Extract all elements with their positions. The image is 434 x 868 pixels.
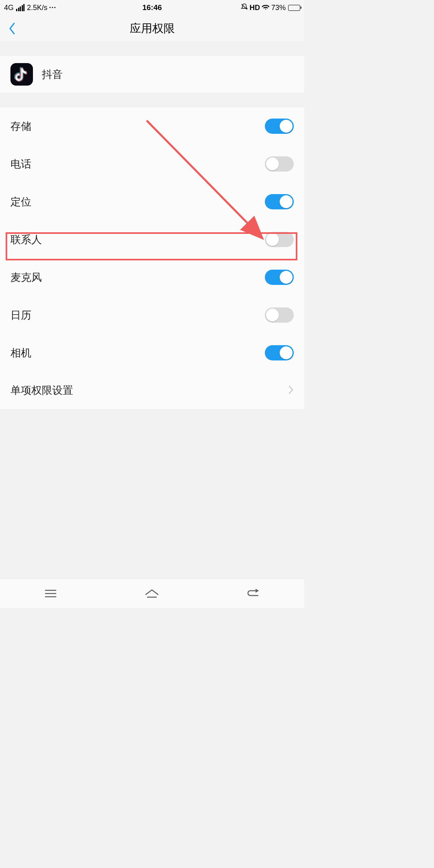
permission-label: 麦克风 (10, 270, 42, 285)
header: 应用权限 (0, 15, 304, 42)
permission-label: 定位 (10, 195, 31, 209)
link-label: 单项权限设置 (10, 383, 73, 397)
back-button[interactable] (0, 15, 24, 41)
permission-microphone: 麦克风 (0, 258, 304, 296)
status-left: 4G 2.5K/s ··· (4, 4, 56, 12)
battery-icon (288, 5, 300, 11)
battery-percent: 73% (271, 4, 286, 12)
toggle-microphone[interactable] (265, 270, 294, 285)
chevron-left-icon (8, 22, 16, 35)
network-type: 4G (4, 4, 14, 12)
status-right: HD 73% (241, 3, 300, 12)
toggle-phone[interactable] (265, 156, 294, 172)
hd-label: HD (250, 4, 260, 12)
back-icon (246, 588, 262, 600)
status-bar: 4G 2.5K/s ··· 16:46 HD 73% (0, 0, 304, 15)
nav-recent-button[interactable] (35, 583, 67, 604)
app-name: 抖音 (42, 68, 63, 82)
permission-storage: 存储 (0, 107, 304, 145)
toggle-camera[interactable] (265, 345, 294, 360)
section-gap (0, 93, 304, 107)
mute-icon (241, 3, 248, 12)
permission-contacts: 联系人 (0, 221, 304, 258)
chevron-right-icon (288, 385, 294, 396)
permission-label: 电话 (10, 157, 31, 171)
page-title: 应用权限 (130, 21, 175, 36)
permission-label: 相机 (10, 346, 31, 360)
system-nav-bar (0, 578, 304, 608)
permission-camera: 相机 (0, 334, 304, 372)
nav-home-button[interactable] (136, 583, 168, 604)
more-dots: ··· (49, 4, 56, 12)
permission-calendar: 日历 (0, 296, 304, 334)
section-gap (0, 42, 304, 55)
single-permission-settings[interactable]: 单项权限设置 (0, 372, 304, 409)
menu-icon (43, 588, 58, 599)
nav-back-button[interactable] (237, 583, 270, 604)
permission-location: 定位 (0, 183, 304, 221)
permission-phone: 电话 (0, 145, 304, 183)
app-icon-douyin (10, 63, 33, 86)
permission-label: 联系人 (10, 233, 42, 247)
status-time: 16:46 (142, 3, 162, 12)
toggle-contacts[interactable] (265, 232, 294, 247)
permission-list: 存储 电话 定位 联系人 麦克风 日历 相机 单项权限设置 (0, 107, 304, 409)
app-row: 抖音 (0, 55, 304, 93)
home-icon (144, 588, 160, 600)
signal-icon (16, 4, 25, 11)
permission-label: 日历 (10, 308, 31, 322)
permission-label: 存储 (10, 119, 31, 133)
network-speed: 2.5K/s (27, 4, 47, 12)
toggle-calendar[interactable] (265, 307, 294, 323)
wifi-icon (262, 4, 270, 12)
toggle-location[interactable] (265, 194, 294, 209)
toggle-storage[interactable] (265, 119, 294, 134)
